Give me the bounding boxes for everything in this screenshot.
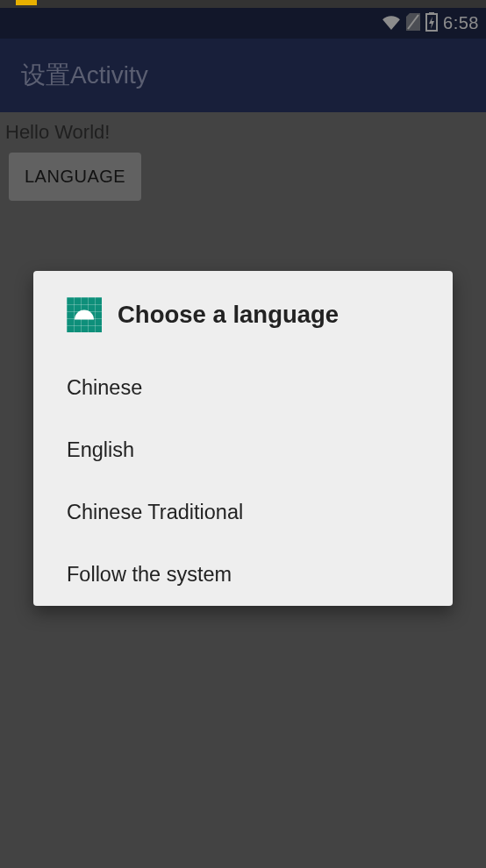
language-option-chinese[interactable]: Chinese — [67, 357, 419, 419]
emulator-top-strip — [0, 0, 486, 8]
dialog-header: Choose a language — [67, 297, 419, 332]
language-option-list: Chinese English Chinese Traditional Foll… — [67, 357, 419, 606]
language-dialog: Choose a language Chinese English Chines… — [33, 271, 453, 606]
language-option-english[interactable]: English — [67, 419, 419, 481]
dialog-title: Choose a language — [118, 301, 339, 329]
language-option-chinese-traditional[interactable]: Chinese Traditional — [67, 481, 419, 544]
language-option-follow-system[interactable]: Follow the system — [67, 544, 419, 606]
modal-scrim[interactable]: Choose a language Chinese English Chines… — [0, 8, 486, 868]
android-icon — [67, 297, 102, 332]
